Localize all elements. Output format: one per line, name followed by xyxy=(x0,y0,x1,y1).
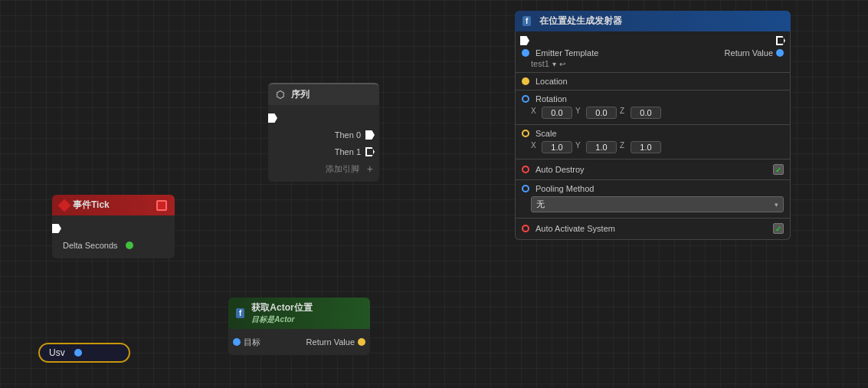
then1-row: Then 1 xyxy=(268,143,379,160)
pooling-value: 无 xyxy=(536,199,545,210)
delta-seconds-label: Delta Seconds xyxy=(58,241,123,250)
sequence-node: ⬡ 序列 Then 0 Then 1 添加引脚 + xyxy=(268,83,379,182)
auto-destroy-checkbox[interactable]: ✓ xyxy=(773,164,784,175)
location-row: Location xyxy=(516,75,790,87)
exec-out-pin[interactable] xyxy=(52,224,61,233)
spawn-exec-in[interactable] xyxy=(520,36,529,45)
scale-x-label: X xyxy=(531,141,539,153)
scale-xyz: X 1.0 Y 1.0 Z 1.0 xyxy=(516,140,790,156)
auto-activate-pin[interactable] xyxy=(522,225,529,232)
scale-pin[interactable] xyxy=(522,130,529,137)
target-label: 目标 xyxy=(244,337,260,348)
usv-inner: Usv xyxy=(38,343,130,363)
div5 xyxy=(516,179,790,180)
event-tick-header: 事件Tick xyxy=(52,195,175,215)
div2 xyxy=(516,90,790,90)
sequence-body: Then 0 Then 1 添加引脚 + xyxy=(268,105,379,182)
then0-pin[interactable] xyxy=(365,130,375,140)
get-actor-target-left: 目标 xyxy=(233,337,260,348)
spawn-func-icon: f xyxy=(522,16,531,26)
rotation-x-label: X xyxy=(531,107,539,119)
spawn-exec-row xyxy=(516,35,790,47)
pooling-dropdown-wrapper: 无 ▾ xyxy=(516,195,790,215)
event-tick-title: 事件Tick xyxy=(73,199,110,212)
usv-label: Usv xyxy=(49,347,65,358)
rotation-y-input[interactable]: 0.0 xyxy=(586,107,617,119)
target-pin[interactable] xyxy=(233,338,241,346)
return-value-label-spawn: Return Value xyxy=(725,48,773,58)
scale-z-input[interactable]: 1.0 xyxy=(631,141,661,153)
event-tick-badge xyxy=(156,200,167,211)
delta-seconds-pin[interactable] xyxy=(126,242,133,249)
test1-value: test1 xyxy=(531,59,549,68)
get-actor-target-row: 目标 Return Value xyxy=(228,334,370,350)
emitter-dropdown-icon[interactable]: ▾ xyxy=(552,60,556,68)
div4 xyxy=(516,159,790,159)
location-pin[interactable] xyxy=(522,77,529,85)
event-tick-node: 事件Tick Delta Seconds xyxy=(52,195,175,258)
emitter-template-pin[interactable] xyxy=(522,49,529,57)
rotation-row: Rotation xyxy=(516,93,790,105)
get-actor-header: f 获取Actor位置 目标是Actor xyxy=(228,298,370,329)
usv-pin[interactable] xyxy=(74,349,82,357)
sequence-icon: ⬡ xyxy=(276,89,284,100)
emitter-template-sub: test1 ▾ ↩ xyxy=(516,59,790,70)
pooling-row: Pooling Method xyxy=(516,182,790,195)
div3 xyxy=(516,124,790,125)
sequence-exec-in[interactable] xyxy=(268,113,277,123)
event-tick-body: Delta Seconds xyxy=(52,215,175,258)
auto-destroy-row: Auto Destroy ✓ xyxy=(516,162,790,177)
return-value-pin[interactable] xyxy=(358,338,365,346)
spawn-emitter-node: f 在位置处生成发射器 Emitter Template Return Valu… xyxy=(515,11,791,240)
rotation-xyz: X 0.0 Y 0.0 Z 0.0 xyxy=(516,105,790,122)
event-tick-icon xyxy=(58,199,71,212)
sequence-title: 序列 xyxy=(291,88,310,101)
get-actor-title: 获取Actor位置 xyxy=(251,301,312,314)
spawn-emitter-header: f 在位置处生成发射器 xyxy=(515,11,791,31)
exec-out-row xyxy=(52,220,175,237)
pooling-label: Pooling Method xyxy=(532,184,784,193)
pooling-dropdown-arrow: ▾ xyxy=(775,201,778,209)
emitter-template-label: Emitter Template xyxy=(532,48,598,58)
emitter-template-right: Return Value xyxy=(725,48,784,58)
rotation-label: Rotation xyxy=(532,94,784,104)
pooling-pin[interactable] xyxy=(522,185,529,192)
add-pin-label: 添加引脚 xyxy=(321,163,364,175)
div1 xyxy=(516,72,790,73)
scale-y-label: Y xyxy=(575,141,583,153)
get-actor-return-right: Return Value xyxy=(306,337,365,347)
rotation-x-input[interactable]: 0.0 xyxy=(542,107,572,119)
rotation-z-input[interactable]: 0.0 xyxy=(631,107,661,119)
spawn-title: 在位置处生成发射器 xyxy=(539,15,622,28)
spawn-emitter-body: Emitter Template Return Value test1 ▾ ↩ … xyxy=(515,31,791,240)
emitter-back-icon[interactable]: ↩ xyxy=(559,60,565,68)
auto-destroy-label: Auto Destroy xyxy=(532,165,767,174)
div6 xyxy=(516,218,790,219)
auto-activate-label: Auto Activate System xyxy=(532,224,767,233)
add-pin-row[interactable]: 添加引脚 + xyxy=(268,160,379,177)
pooling-dropdown[interactable]: 无 ▾ xyxy=(531,196,784,212)
delta-seconds-row: Delta Seconds xyxy=(52,237,175,254)
usv-node[interactable]: Usv xyxy=(38,343,130,363)
scale-z-label: Z xyxy=(620,141,627,153)
rotation-pin[interactable] xyxy=(522,95,529,103)
add-pin-icon[interactable]: + xyxy=(367,163,373,175)
then0-row: Then 0 xyxy=(268,127,379,143)
get-actor-node: f 获取Actor位置 目标是Actor 目标 Return Value xyxy=(228,298,370,355)
emitter-template-row: Emitter Template Return Value xyxy=(516,47,790,59)
then1-label: Then 1 xyxy=(330,147,365,156)
get-actor-subtitle: 目标是Actor xyxy=(251,314,312,325)
scale-x-input[interactable]: 1.0 xyxy=(542,141,572,153)
scale-y-input[interactable]: 1.0 xyxy=(586,141,617,153)
return-value-pin-spawn[interactable] xyxy=(776,49,784,57)
get-actor-func-icon: f xyxy=(236,308,244,318)
then0-label: Then 0 xyxy=(330,130,365,140)
rotation-z-label: Z xyxy=(620,107,627,119)
then1-pin[interactable] xyxy=(365,147,375,156)
spawn-exec-out[interactable] xyxy=(776,36,785,45)
emitter-template-left: Emitter Template xyxy=(522,48,598,58)
auto-activate-checkbox[interactable]: ✓ xyxy=(773,223,784,234)
get-actor-title-group: 获取Actor位置 目标是Actor xyxy=(251,301,312,325)
auto-destroy-pin[interactable] xyxy=(522,166,529,173)
get-actor-body: 目标 Return Value xyxy=(228,329,370,355)
